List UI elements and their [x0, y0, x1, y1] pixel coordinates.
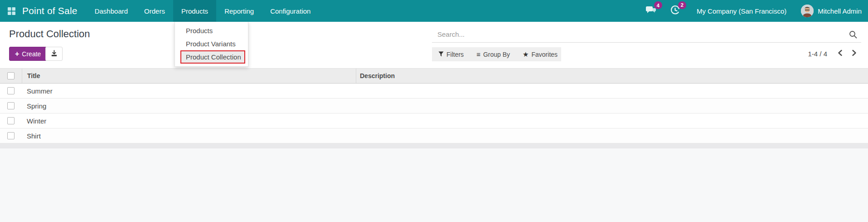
- favorites-button-label: Favorites: [531, 51, 558, 58]
- menu-reporting[interactable]: Reporting: [216, 0, 262, 22]
- row-title: Spring: [22, 99, 356, 113]
- column-header-title[interactable]: Title: [22, 69, 356, 83]
- row-checkbox[interactable]: [7, 87, 15, 94]
- pager: 1-4 / 4: [808, 47, 858, 61]
- list-view: Title Description Summer Spring Winter S…: [0, 68, 868, 222]
- menu-orders[interactable]: Orders: [136, 0, 173, 22]
- product-collection-table: Title Description Summer Spring Winter S…: [0, 68, 868, 148]
- create-button[interactable]: + Create: [9, 47, 47, 61]
- menu-dashboard[interactable]: Dashboard: [87, 0, 136, 22]
- table-row[interactable]: Summer: [0, 84, 868, 99]
- row-title: Summer: [22, 84, 356, 98]
- activities-badge: 2: [678, 1, 686, 9]
- company-switcher[interactable]: My Company (San Francisco): [697, 7, 786, 15]
- row-description: [356, 99, 868, 113]
- user-menu[interactable]: Mitchell Admin: [818, 7, 862, 15]
- pager-prev-button[interactable]: [836, 49, 844, 59]
- filter-toolbar: Filters ≡ Group By ★ Favorites: [432, 47, 561, 61]
- dropdown-item-product-collection[interactable]: Product Collection: [180, 50, 245, 64]
- row-description: [356, 128, 868, 143]
- main-menu: Dashboard Orders Products Reporting Conf…: [87, 0, 319, 22]
- chevron-right-icon: [851, 49, 857, 58]
- page-title: Product Collection: [9, 28, 90, 40]
- row-checkbox[interactable]: [7, 102, 15, 109]
- table-header-row: Title Description: [0, 68, 868, 84]
- search-icon[interactable]: [849, 30, 858, 41]
- pager-range: 1-4 / 4: [808, 50, 827, 58]
- select-all-checkbox[interactable]: [7, 72, 15, 79]
- control-panel: Product Collection + Create Filters ≡ Gr…: [0, 22, 868, 68]
- create-button-label: Create: [22, 50, 41, 58]
- group-by-button-label: Group By: [483, 51, 510, 58]
- table-row[interactable]: Winter: [0, 113, 868, 128]
- pager-next-button[interactable]: [850, 49, 858, 59]
- search-bar: [432, 26, 861, 43]
- funnel-icon: [438, 51, 444, 58]
- row-checkbox[interactable]: [7, 117, 15, 124]
- avatar[interactable]: [801, 5, 814, 17]
- row-description: [356, 113, 868, 128]
- column-header-description[interactable]: Description: [356, 69, 868, 83]
- favorites-button[interactable]: ★ Favorites: [516, 47, 564, 61]
- dropdown-item-product-variants[interactable]: Product Variants: [175, 37, 248, 50]
- chevron-left-icon: [837, 49, 843, 58]
- app-title[interactable]: Point of Sale: [16, 0, 87, 22]
- table-row[interactable]: Spring: [0, 99, 868, 113]
- download-icon: [50, 49, 58, 59]
- top-navbar: Point of Sale Dashboard Orders Products …: [0, 0, 868, 22]
- messages-button[interactable]: 4: [645, 5, 656, 17]
- row-title: Shirt: [22, 128, 356, 143]
- search-input[interactable]: [432, 26, 840, 42]
- menu-configuration[interactable]: Configuration: [262, 0, 319, 22]
- group-by-icon: ≡: [476, 51, 480, 58]
- star-icon: ★: [523, 51, 529, 58]
- header-checkbox-cell: [0, 69, 22, 83]
- filters-button-label: Filters: [446, 51, 464, 58]
- row-title: Winter: [22, 113, 356, 128]
- table-footer-strip: [0, 143, 868, 148]
- menu-products[interactable]: Products: [173, 0, 216, 22]
- row-description: [356, 84, 868, 98]
- apps-grid-icon[interactable]: [0, 0, 16, 22]
- plus-icon: +: [15, 50, 19, 58]
- products-dropdown-menu: Products Product Variants Product Collec…: [175, 22, 248, 67]
- navbar-systray: 4 2 My Company (San Francisco) Mitchell …: [645, 0, 868, 22]
- filters-button[interactable]: Filters: [432, 47, 470, 61]
- row-checkbox[interactable]: [7, 132, 15, 139]
- group-by-button[interactable]: ≡ Group By: [470, 47, 516, 61]
- export-button[interactable]: [45, 47, 63, 61]
- messages-badge: 4: [654, 1, 662, 9]
- dropdown-item-products[interactable]: Products: [175, 24, 248, 37]
- activities-button[interactable]: 2: [670, 5, 680, 17]
- table-row[interactable]: Shirt: [0, 128, 868, 143]
